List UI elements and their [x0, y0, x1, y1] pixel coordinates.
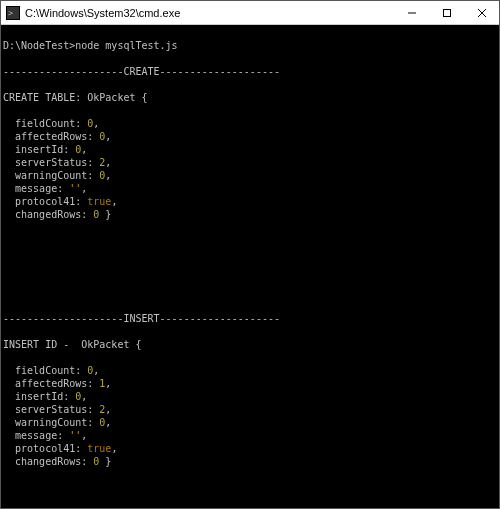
packet-field: affectedRows: 0, — [3, 130, 497, 143]
svg-rect-4 — [443, 9, 450, 16]
minimize-button[interactable] — [394, 1, 429, 24]
blank-line — [3, 234, 497, 247]
packet-field: changedRows: 0 } — [3, 455, 497, 468]
packet-field: serverStatus: 2, — [3, 156, 497, 169]
packet-field: warningCount: 0, — [3, 416, 497, 429]
packet-field: insertId: 0, — [3, 390, 497, 403]
cmd-icon: > — [5, 5, 21, 21]
terminal-output[interactable]: D:\NodeTest>node mysqlTest.js ----------… — [1, 25, 499, 508]
titlebar[interactable]: > C:\Windows\System32\cmd.exe — [1, 1, 499, 25]
packet-field: fieldCount: 0, — [3, 117, 497, 130]
cmd-window: > C:\Windows\System32\cmd.exe D:\NodeTes… — [0, 0, 500, 509]
packet-field: protocol41: true, — [3, 442, 497, 455]
packet-field: insertId: 0, — [3, 143, 497, 156]
blank-line — [3, 286, 497, 299]
packet-field: fieldCount: 0, — [3, 364, 497, 377]
prompt-line: D:\NodeTest>node mysqlTest.js — [3, 39, 497, 52]
window-controls — [394, 1, 499, 24]
insert-header: INSERT ID - OkPacket { — [3, 338, 497, 351]
packet-field: message: '', — [3, 429, 497, 442]
section-divider: --------------------INSERT--------------… — [3, 312, 497, 325]
packet-field: changedRows: 0 } — [3, 208, 497, 221]
insert-body: fieldCount: 0, affectedRows: 1, insertId… — [3, 364, 497, 468]
blank-line — [3, 507, 497, 508]
create-header: CREATE TABLE: OkPacket { — [3, 91, 497, 104]
packet-field: serverStatus: 2, — [3, 403, 497, 416]
packet-field: affectedRows: 1, — [3, 377, 497, 390]
packet-field: message: '', — [3, 182, 497, 195]
svg-text:>: > — [8, 8, 13, 18]
prompt-path: D:\NodeTest> — [3, 40, 75, 51]
command-text: node mysqlTest.js — [75, 40, 177, 51]
maximize-button[interactable] — [429, 1, 464, 24]
packet-field: protocol41: true, — [3, 195, 497, 208]
blank-line — [3, 481, 497, 494]
window-title: C:\Windows\System32\cmd.exe — [25, 7, 394, 19]
packet-field: warningCount: 0, — [3, 169, 497, 182]
section-divider: --------------------CREATE--------------… — [3, 65, 497, 78]
close-button[interactable] — [464, 1, 499, 24]
create-body: fieldCount: 0, affectedRows: 0, insertId… — [3, 117, 497, 221]
blank-line — [3, 260, 497, 273]
